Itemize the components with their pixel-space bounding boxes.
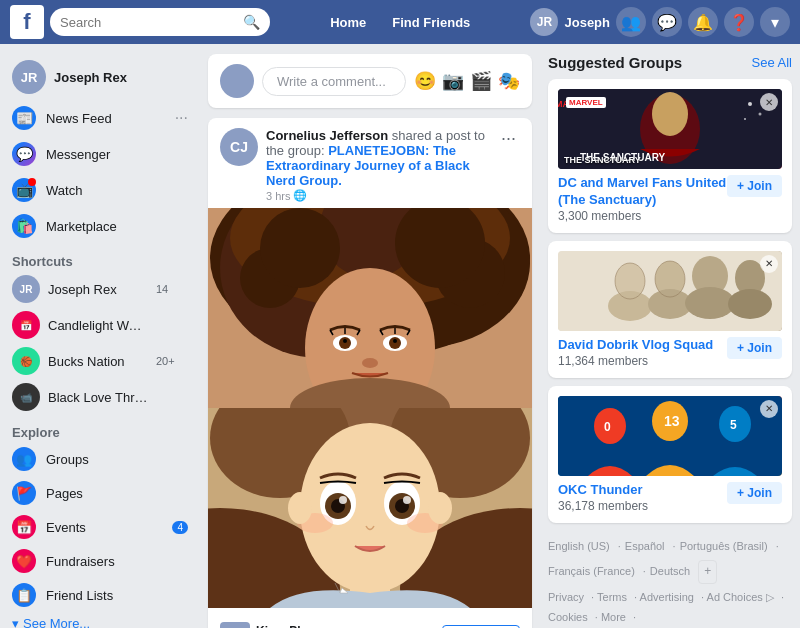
shortcut-item-bucks[interactable]: 🏀 Bucks Nation 20+ — [0, 343, 200, 379]
camera-icon[interactable]: 📷 — [442, 70, 464, 92]
svg-point-17 — [393, 339, 397, 343]
join-button-dobrik[interactable]: + Join — [727, 337, 782, 359]
search-icon: 🔍 — [243, 14, 260, 30]
shortcut-item-joseph-rex[interactable]: JR Joseph Rex 14 — [0, 271, 200, 307]
advertising-link[interactable]: Advertising — [640, 591, 694, 603]
svg-point-45 — [759, 113, 762, 116]
more-link[interactable]: More — [601, 611, 626, 623]
dropdown-icon[interactable]: ▾ — [760, 7, 790, 37]
events-badge: 4 — [172, 521, 188, 534]
ad-choices-link[interactable]: Ad Choices ▷ — [707, 591, 774, 603]
fundraisers-icon: ❤️ — [12, 549, 36, 573]
help-icon[interactable]: ❓ — [724, 7, 754, 37]
notifications-icon[interactable]: 🔔 — [688, 7, 718, 37]
group-card-bottom-thunder: OKC Thunder 36,178 members + Join — [558, 482, 782, 513]
friends-icon[interactable]: 👥 — [616, 7, 646, 37]
nav-center: Home Find Friends — [270, 11, 530, 34]
post-page-tag: Kiera Please Yesterday at 2:53 PM 🌐 Like… — [220, 616, 520, 628]
shortcut-avatar-bucks: 🏀 — [12, 347, 40, 375]
group-image-thunder: ✕ 0 13 5 — [558, 396, 782, 476]
sidebar-item-fundraisers[interactable]: ❤️ Fundraisers — [0, 544, 200, 578]
join-button-dc-marvel[interactable]: + Join — [727, 175, 782, 197]
group-close-dobrik[interactable]: ✕ — [760, 255, 778, 273]
messages-icon[interactable]: 💬 — [652, 7, 682, 37]
pages-icon: 🚩 — [12, 481, 36, 505]
sidebar-item-news-feed[interactable]: 📰 News Feed ··· — [0, 100, 200, 136]
svg-point-46 — [744, 118, 746, 120]
group-name-dc-marvel[interactable]: DC and Marvel Fans United (The Sanctuary… — [558, 175, 727, 209]
watch-icon: 📺 — [12, 178, 36, 202]
lang-deutsch[interactable]: Deutsch — [650, 562, 690, 582]
photo-bottom-anime — [208, 408, 532, 608]
nav-find-friends-link[interactable]: Find Friends — [384, 11, 478, 34]
group-members-thunder: 36,178 members — [558, 499, 727, 513]
privacy-link[interactable]: Privacy — [548, 591, 584, 603]
svg-point-16 — [343, 339, 347, 343]
sidebar-news-feed-label: News Feed — [46, 111, 165, 126]
groups-icon: 👥 — [12, 447, 36, 471]
footer-links: English (US) · Español · Português (Bras… — [548, 531, 792, 628]
post-image[interactable] — [208, 208, 532, 608]
group-members-dc-marvel: 3,300 members — [558, 209, 727, 223]
group-name-thunder[interactable]: OKC Thunder — [558, 482, 727, 499]
sticker-icon[interactable]: 🎭 — [498, 70, 520, 92]
sidebar-username: Joseph Rex — [54, 70, 127, 85]
svg-point-39 — [428, 492, 452, 524]
svg-text:5: 5 — [730, 418, 737, 432]
group-card-bottom-dc-marvel: DC and Marvel Fans United (The Sanctuary… — [558, 175, 782, 223]
see-more-button[interactable]: ▾ See More... — [0, 612, 200, 628]
sidebar-item-pages[interactable]: 🚩 Pages — [0, 476, 200, 510]
suggested-groups-title: Suggested Groups — [548, 54, 682, 71]
friend-lists-label: Friend Lists — [46, 588, 188, 603]
shortcut-item-candlelight[interactable]: 📅 Candlelight Walk - ... — [0, 307, 200, 343]
sidebar-item-friend-lists[interactable]: 📋 Friend Lists — [0, 578, 200, 612]
terms-link[interactable]: Terms — [597, 591, 627, 603]
sidebar-item-marketplace[interactable]: 🛍️ Marketplace — [0, 208, 200, 244]
lang-english[interactable]: English (US) — [548, 537, 610, 557]
group-image-dobrik: ✕ — [558, 251, 782, 331]
shortcut-label-joseph: Joseph Rex — [48, 282, 148, 297]
gif-icon[interactable]: 🎬 — [470, 70, 492, 92]
shortcut-count-bucks: 20+ — [156, 355, 175, 367]
group-close-dc-marvel[interactable]: ✕ — [760, 93, 778, 111]
messenger-icon: 💬 — [12, 142, 36, 166]
sidebar-item-watch[interactable]: 📺 Watch — [0, 172, 200, 208]
comment-input[interactable]: Write a comment... — [262, 67, 406, 96]
nav-home-link[interactable]: Home — [322, 11, 374, 34]
join-button-thunder[interactable]: + Join — [727, 482, 782, 504]
cookies-link[interactable]: Cookies — [548, 611, 588, 623]
add-language-button[interactable]: + — [698, 560, 717, 584]
search-bar[interactable]: 🔍 — [50, 8, 270, 36]
group-close-thunder[interactable]: ✕ — [760, 400, 778, 418]
shortcut-item-blacklove[interactable]: 📹 Black Love Throug... — [0, 379, 200, 415]
comment-user-avatar — [220, 64, 254, 98]
lang-french[interactable]: Français (France) — [548, 562, 635, 582]
sidebar-marketplace-label: Marketplace — [46, 219, 188, 234]
group-name-dobrik[interactable]: David Dobrik Vlog Squad — [558, 337, 727, 354]
marketplace-icon: 🛍️ — [12, 214, 36, 238]
shortcut-avatar-blacklove: 📹 — [12, 383, 40, 411]
news-feed-icon: 📰 — [12, 106, 36, 130]
shortcut-avatar-candlelight: 📅 — [12, 311, 40, 339]
emoji-icon[interactable]: 😊 — [414, 70, 436, 92]
see-all-groups-link[interactable]: See All — [752, 55, 792, 70]
lang-portuguese[interactable]: Português (Brasil) — [680, 537, 768, 557]
sidebar-item-messenger[interactable]: 💬 Messenger — [0, 136, 200, 172]
top-navigation: f 🔍 Home Find Friends JR Joseph 👥 💬 🔔 ❓ … — [0, 0, 800, 44]
comment-actions: 😊 📷 🎬 🎭 — [414, 70, 520, 92]
svg-point-56 — [728, 289, 772, 319]
search-input[interactable] — [60, 15, 243, 30]
main-container: JR Joseph Rex 📰 News Feed ··· 💬 Messenge… — [0, 44, 800, 628]
shortcut-label-candlelight: Candlelight Walk - ... — [48, 318, 148, 333]
sidebar-user[interactable]: JR Joseph Rex — [0, 54, 200, 100]
sidebar-item-events[interactable]: 📅 Events 4 — [0, 510, 200, 544]
news-feed-more-icon[interactable]: ··· — [175, 109, 188, 127]
group-members-dobrik: 11,364 members — [558, 354, 727, 368]
page-tag-name[interactable]: Kiera Please — [256, 624, 378, 629]
post-card: CJ Cornelius Jefferson shared a post to … — [208, 118, 532, 628]
avatar[interactable]: JR — [530, 8, 558, 36]
lang-espanol[interactable]: Español — [625, 537, 665, 557]
post-more-options-icon[interactable]: ··· — [497, 128, 520, 149]
svg-point-8 — [260, 208, 340, 288]
sidebar-item-groups[interactable]: 👥 Groups — [0, 442, 200, 476]
